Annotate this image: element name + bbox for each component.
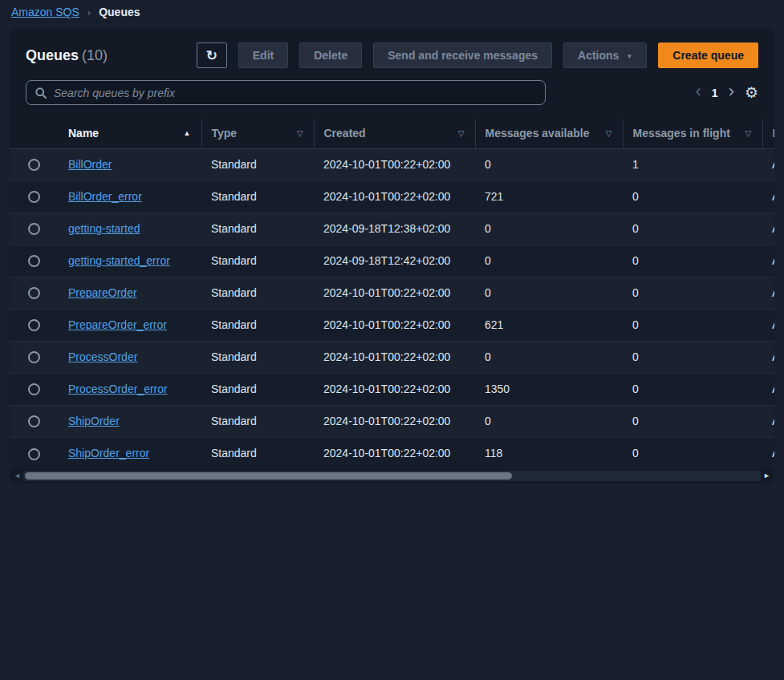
messages-available-cell: 721 — [475, 180, 623, 212]
sort-toggle-icon[interactable]: ▽ — [606, 129, 612, 138]
edit-button[interactable]: Edit — [238, 42, 288, 68]
controls-row: ‹ 1 › ⚙ — [10, 70, 774, 119]
row-select-radio[interactable] — [28, 351, 40, 363]
column-header-messages-available[interactable]: Messages available▽ — [475, 119, 623, 148]
queue-type-cell: Standard — [201, 212, 314, 245]
breadcrumb-separator-icon: › — [87, 6, 91, 18]
queue-name-link[interactable]: getting-started — [68, 222, 140, 235]
breadcrumb-current: Queues — [99, 6, 140, 18]
row-select-radio[interactable] — [28, 448, 40, 460]
queue-name-link[interactable]: PrepareOrder — [68, 286, 137, 299]
messages-available-cell: 0 — [475, 212, 623, 245]
refresh-button[interactable]: ↻ — [197, 42, 227, 68]
queue-name-link[interactable]: BillOrder_error — [68, 190, 142, 203]
page-title: Queues(10) — [26, 47, 108, 64]
queue-created-cell: 2024-10-01T00:22+02:00 — [314, 148, 475, 180]
queue-created-cell: 2024-10-01T00:22+02:00 — [314, 405, 475, 437]
search-input[interactable] — [54, 87, 537, 99]
queue-row: PrepareOrder_errorStandard2024-10-01T00:… — [10, 309, 774, 341]
sort-toggle-icon[interactable]: ▽ — [297, 129, 303, 138]
messages-in-flight-cell: 0 — [623, 373, 762, 405]
messages-in-flight-cell: 0 — [623, 309, 762, 341]
messages-in-flight-cell: 0 — [623, 245, 762, 277]
row-select-radio[interactable] — [28, 319, 40, 331]
horizontal-scrollbar[interactable]: ◄ ► — [11, 470, 773, 482]
search-box[interactable] — [26, 80, 546, 105]
queue-name-cell: PrepareOrder_error — [59, 309, 201, 341]
messages-in-flight-cell: 0 — [623, 277, 762, 309]
messages-available-cell: 118 — [475, 437, 623, 469]
queue-created-cell: 2024-10-01T00:22+02:00 — [314, 180, 475, 212]
queue-name-link[interactable]: BillOrder — [68, 158, 112, 171]
messages-available-cell: 0 — [475, 245, 623, 277]
column-label: Messages in flight — [633, 127, 730, 140]
column-header-messages-in-flight[interactable]: Messages in flight▽ — [623, 119, 762, 148]
queue-row: getting-startedStandard2024-09-18T12:38+… — [10, 212, 774, 245]
delete-button[interactable]: Delete — [299, 42, 362, 68]
queue-type-cell: Standard — [201, 437, 314, 469]
clipped-cell: A — [762, 212, 774, 245]
queue-name-link[interactable]: getting-started_error — [68, 254, 170, 267]
queue-name-cell: BillOrder — [59, 148, 201, 180]
column-header-clipped[interactable]: E — [762, 119, 774, 148]
queue-created-cell: 2024-10-01T00:22+02:00 — [314, 341, 475, 373]
sort-toggle-icon[interactable]: ▽ — [458, 129, 465, 138]
messages-in-flight-cell: 0 — [623, 405, 762, 437]
clipped-cell: A — [762, 437, 774, 469]
queue-type-cell: Standard — [201, 277, 314, 309]
queue-row: ShipOrder_errorStandard2024-10-01T00:22+… — [10, 437, 774, 469]
clipped-cell: A — [762, 148, 774, 180]
row-select-radio[interactable] — [28, 383, 40, 395]
row-select-radio[interactable] — [28, 287, 40, 299]
queue-row: getting-started_errorStandard2024-09-18T… — [10, 245, 774, 277]
queue-type-cell: Standard — [201, 245, 314, 277]
create-queue-button[interactable]: Create queue — [658, 42, 758, 68]
next-page-icon[interactable]: › — [729, 83, 734, 100]
queue-row: BillOrder_errorStandard2024-10-01T00:22+… — [10, 180, 774, 212]
column-header-type[interactable]: Type▽ — [201, 119, 314, 148]
scrollbar-track[interactable] — [23, 471, 761, 481]
search-icon — [35, 87, 47, 99]
scrollbar-thumb[interactable] — [25, 472, 512, 480]
pagination: ‹ 1 › ⚙ — [696, 84, 759, 102]
queue-name-link[interactable]: ProcessOrder — [68, 350, 137, 363]
sort-ascending-icon[interactable]: ▲ — [184, 129, 191, 137]
queues-panel: Queues(10) ↻ Edit Delete Send and receiv… — [10, 28, 774, 484]
actions-button[interactable]: Actions ▼ — [563, 42, 647, 68]
queue-type-cell: Standard — [201, 180, 314, 212]
row-select-radio[interactable] — [28, 223, 40, 235]
messages-in-flight-cell: 0 — [623, 212, 762, 245]
row-select-radio[interactable] — [28, 415, 40, 427]
send-receive-messages-button[interactable]: Send and receive messages — [373, 42, 552, 68]
messages-in-flight-cell: 1 — [623, 148, 762, 180]
clipped-cell: A — [762, 180, 774, 212]
messages-available-cell: 0 — [475, 405, 623, 437]
queue-name-link[interactable]: ProcessOrder_error — [68, 382, 168, 395]
row-select-radio[interactable] — [28, 191, 40, 203]
panel-header: Queues(10) ↻ Edit Delete Send and receiv… — [10, 28, 774, 70]
messages-available-cell: 0 — [475, 277, 623, 309]
scroll-left-icon[interactable]: ◄ — [11, 470, 23, 482]
queue-row: ProcessOrderStandard2024-10-01T00:22+02:… — [10, 341, 774, 373]
scroll-right-icon[interactable]: ► — [761, 470, 773, 482]
preferences-gear-icon[interactable]: ⚙ — [745, 85, 758, 101]
previous-page-icon[interactable]: ‹ — [696, 83, 701, 100]
column-header-created[interactable]: Created▽ — [314, 119, 475, 148]
queue-name-link[interactable]: ShipOrder — [68, 415, 120, 427]
messages-available-cell: 0 — [475, 341, 623, 373]
column-label: E — [773, 127, 775, 140]
queue-count: (10) — [82, 47, 108, 63]
breadcrumb-link-amazon-sqs[interactable]: Amazon SQS — [11, 6, 79, 18]
queue-type-cell: Standard — [201, 341, 314, 373]
column-label: Created — [324, 127, 366, 140]
row-select-radio[interactable] — [28, 159, 40, 171]
page-number[interactable]: 1 — [712, 87, 718, 99]
queue-name-link[interactable]: PrepareOrder_error — [68, 318, 167, 331]
messages-in-flight-cell: 0 — [623, 341, 762, 373]
queue-name-link[interactable]: ShipOrder_error — [68, 447, 149, 459]
queue-row: BillOrderStandard2024-10-01T00:22+02:000… — [10, 148, 774, 180]
row-select-radio[interactable] — [28, 255, 40, 267]
queues-table: Name▲Type▽Created▽Messages available▽Mes… — [10, 119, 774, 469]
sort-toggle-icon[interactable]: ▽ — [745, 129, 752, 138]
column-header-name[interactable]: Name▲ — [59, 119, 201, 148]
